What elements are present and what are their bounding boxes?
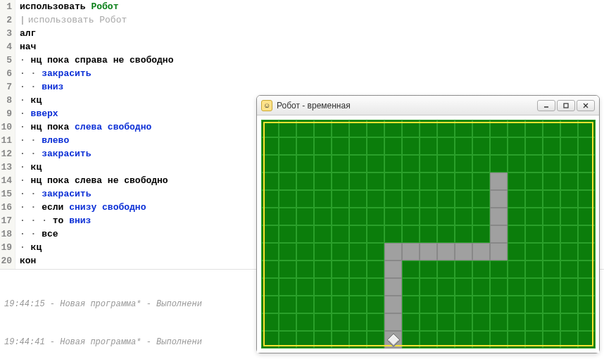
line-number: 20	[0, 254, 15, 268]
code-content: · · вниз	[15, 80, 63, 94]
field-area	[257, 115, 599, 353]
grid-cell	[543, 243, 560, 261]
grid-cell	[314, 155, 332, 172]
grid-cell	[437, 331, 455, 349]
grid-cell	[560, 331, 578, 349]
grid-cell	[578, 208, 596, 225]
grid-cell	[314, 137, 332, 155]
grid-cell	[279, 155, 296, 172]
grid-cell	[314, 225, 332, 243]
grid-cell	[402, 313, 420, 331]
line-number: 13	[0, 161, 15, 174]
grid-cell	[384, 172, 402, 190]
grid-cell	[261, 155, 279, 172]
grid-cell	[578, 137, 596, 155]
grid-cell	[349, 261, 367, 278]
grid-cell	[560, 278, 578, 296]
grid-cell	[578, 155, 596, 172]
code-line[interactable]: 4нач	[0, 40, 604, 54]
grid-cell	[525, 208, 543, 225]
grid-cell	[420, 296, 437, 313]
grid-cell	[367, 331, 384, 349]
grid-cell	[314, 313, 332, 331]
grid-cell	[455, 296, 472, 313]
grid-cell	[420, 261, 437, 278]
grid-cell	[332, 172, 349, 190]
grid-cell	[455, 137, 472, 155]
code-content: · кц	[15, 161, 42, 174]
code-line[interactable]: 1использовать Робот	[0, 0, 604, 13]
grid-cell	[296, 331, 314, 349]
code-content: · · · то вниз	[15, 214, 91, 227]
grid-cell	[525, 296, 543, 313]
grid-cell	[349, 137, 367, 155]
grid-cell	[314, 296, 332, 313]
code-line[interactable]: 2|использовать Робот	[0, 13, 604, 27]
grid-cell	[279, 120, 296, 137]
code-content: использовать Робот	[15, 0, 118, 13]
grid-cell	[578, 331, 596, 349]
code-content: · нц пока справа не свободно	[15, 54, 173, 67]
code-line[interactable]: 5· нц пока справа не свободно	[0, 54, 604, 67]
grid-cell	[490, 331, 508, 349]
titlebar[interactable]: ☺ Робот - временная	[257, 96, 599, 115]
grid-cell	[437, 172, 455, 190]
code-content: · · влево	[15, 134, 69, 147]
line-number: 7	[0, 80, 15, 94]
grid-cell	[420, 208, 437, 225]
grid-cell	[455, 261, 472, 278]
line-number: 14	[0, 174, 15, 187]
grid-cell	[279, 190, 296, 208]
grid-cell	[261, 331, 279, 349]
close-button[interactable]	[577, 100, 595, 111]
grid-cell	[261, 261, 279, 278]
grid-cell	[455, 225, 472, 243]
grid-cell	[349, 331, 367, 349]
minimize-button[interactable]	[537, 100, 555, 111]
code-line[interactable]: 6· · закрасить	[0, 67, 604, 80]
grid-cell	[279, 278, 296, 296]
grid-cell	[349, 296, 367, 313]
grid-cell	[384, 208, 402, 225]
code-line[interactable]: 3алг	[0, 27, 604, 40]
grid-cell	[332, 155, 349, 172]
grid-cell	[560, 137, 578, 155]
grid-cell	[455, 208, 472, 225]
grid-cell	[578, 296, 596, 313]
grid-cell	[279, 313, 296, 331]
grid-cell	[560, 120, 578, 137]
line-number: 12	[0, 147, 15, 161]
grid-cell	[472, 313, 490, 331]
painted-cell	[384, 261, 402, 278]
line-number: 10	[0, 120, 15, 134]
code-content: · кц	[15, 241, 42, 254]
grid-cell	[296, 137, 314, 155]
grid-cell	[402, 278, 420, 296]
grid-cell	[349, 208, 367, 225]
grid-cell	[578, 261, 596, 278]
line-number: 2	[0, 13, 15, 27]
robot-field[interactable]	[261, 120, 596, 349]
code-content: · · все	[15, 227, 58, 241]
grid-cell	[384, 155, 402, 172]
maximize-button[interactable]	[557, 100, 575, 111]
grid-cell	[437, 278, 455, 296]
grid-cell	[296, 208, 314, 225]
grid-cell	[367, 155, 384, 172]
grid-cell	[279, 261, 296, 278]
grid-cell	[420, 155, 437, 172]
grid-cell	[525, 313, 543, 331]
painted-cell	[455, 243, 472, 261]
grid-cell	[349, 155, 367, 172]
grid-cell	[508, 313, 525, 331]
grid-cell	[261, 120, 279, 137]
grid-cell	[349, 190, 367, 208]
grid-cell	[296, 155, 314, 172]
grid-cell	[349, 225, 367, 243]
code-content: · кц	[15, 94, 42, 107]
grid-cell	[437, 190, 455, 208]
code-line[interactable]: 7· · вниз	[0, 80, 604, 94]
grid-cell	[437, 225, 455, 243]
robot-window[interactable]: ☺ Робот - временная	[256, 95, 600, 353]
grid-cell	[402, 137, 420, 155]
